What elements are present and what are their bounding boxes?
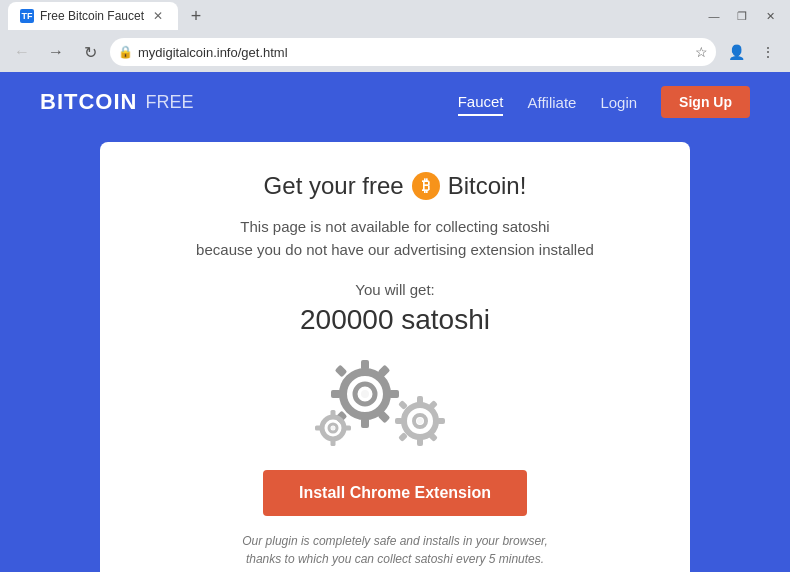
site-logo: BITCOIN FREE (40, 89, 193, 115)
svg-rect-26 (331, 439, 336, 446)
nav-login[interactable]: Login (600, 90, 637, 115)
signup-button[interactable]: Sign Up (661, 86, 750, 118)
install-note: Our plugin is completely safe and instal… (140, 532, 650, 568)
forward-button[interactable]: → (42, 38, 70, 66)
card-title: Get your free ₿ Bitcoin! (140, 172, 650, 200)
window-controls: — ❐ ✕ (702, 4, 782, 28)
logo-free-text: FREE (145, 92, 193, 113)
browser-chrome: TF Free Bitcoin Faucet ✕ + — ❐ ✕ ← → ↻ 🔒… (0, 0, 790, 72)
page-content: PTC VISION BITCOIN FREE Faucet Affiliate… (0, 72, 790, 572)
close-button[interactable]: ✕ (758, 4, 782, 28)
tab-title: Free Bitcoin Faucet (40, 9, 144, 23)
satoshi-amount: 200000 satoshi (140, 304, 650, 336)
title-prefix: Get your free (264, 172, 404, 200)
gears-svg (315, 356, 475, 446)
url-bar-wrap: 🔒 ☆ (110, 38, 716, 66)
restore-button[interactable]: ❐ (730, 4, 754, 28)
svg-rect-25 (331, 410, 336, 417)
title-bar: TF Free Bitcoin Faucet ✕ + — ❐ ✕ (0, 0, 790, 32)
svg-rect-9 (335, 365, 348, 378)
back-button[interactable]: ← (8, 38, 36, 66)
lock-icon: 🔒 (118, 45, 133, 59)
svg-rect-27 (344, 426, 351, 431)
nav-links: Faucet Affiliate Login Sign Up (458, 86, 750, 118)
minimize-button[interactable]: — (702, 4, 726, 28)
svg-rect-15 (417, 438, 423, 446)
browser-tab[interactable]: TF Free Bitcoin Faucet ✕ (8, 2, 178, 30)
svg-point-24 (331, 426, 335, 430)
install-extension-button[interactable]: Install Chrome Extension (263, 470, 527, 516)
svg-rect-3 (361, 360, 369, 370)
svg-rect-16 (437, 418, 445, 424)
favicon-text: TF (22, 11, 33, 21)
card-subtitle: This page is not available for collectin… (140, 216, 650, 261)
profile-icon[interactable]: 👤 (722, 38, 750, 66)
new-tab-button[interactable]: + (182, 2, 210, 30)
url-input[interactable] (110, 38, 716, 66)
nav-faucet[interactable]: Faucet (458, 89, 504, 116)
logo-bitcoin-text: BITCOIN (40, 89, 137, 115)
you-will-get-label: You will get: (140, 281, 650, 298)
svg-point-2 (361, 390, 369, 398)
nav-affiliate[interactable]: Affiliate (527, 90, 576, 115)
bitcoin-icon: ₿ (412, 172, 440, 200)
tab-close-button[interactable]: ✕ (150, 8, 166, 24)
svg-rect-6 (331, 390, 341, 398)
tab-bar: TF Free Bitcoin Faucet ✕ + (8, 2, 210, 30)
gears-illustration (140, 356, 650, 446)
bookmark-icon[interactable]: ☆ (695, 44, 708, 60)
toolbar-right: 👤 ⋮ (722, 38, 782, 66)
svg-rect-14 (417, 396, 423, 404)
svg-point-13 (417, 418, 423, 424)
site-navigation: BITCOIN FREE Faucet Affiliate Login Sign… (0, 72, 790, 132)
main-card: Get your free ₿ Bitcoin! This page is no… (100, 142, 690, 572)
svg-rect-4 (361, 418, 369, 428)
reload-button[interactable]: ↻ (76, 38, 104, 66)
svg-rect-5 (389, 390, 399, 398)
menu-icon[interactable]: ⋮ (754, 38, 782, 66)
address-bar: ← → ↻ 🔒 ☆ 👤 ⋮ (0, 32, 790, 72)
svg-rect-17 (395, 418, 403, 424)
url-bar-actions: ☆ (695, 44, 708, 60)
svg-rect-28 (315, 426, 322, 431)
title-suffix: Bitcoin! (448, 172, 527, 200)
tab-favicon: TF (20, 9, 34, 23)
